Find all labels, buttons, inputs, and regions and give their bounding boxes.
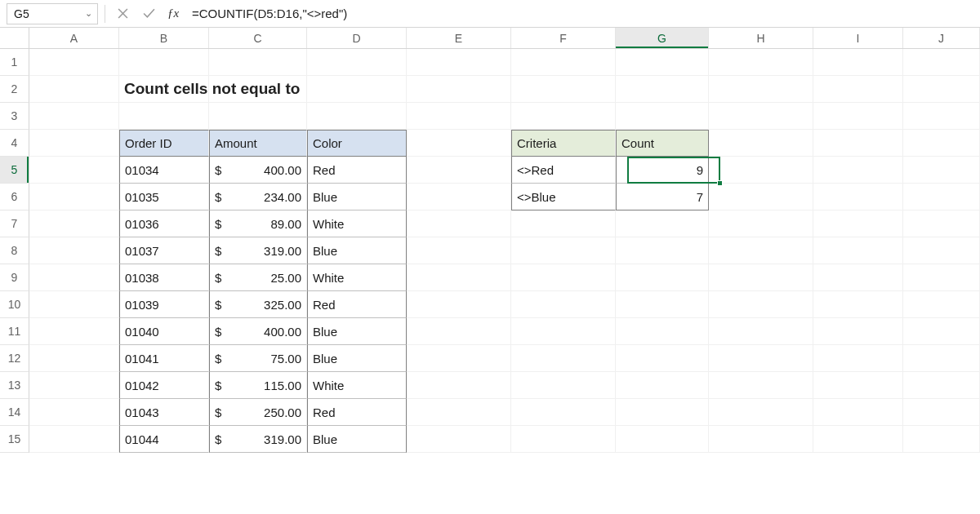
row-header-6[interactable]: 6 — [0, 184, 29, 210]
cell[interactable] — [616, 210, 709, 237]
cell[interactable] — [903, 318, 980, 345]
table-cell-amount[interactable]: $115.00 — [209, 372, 307, 399]
table-cell-color[interactable]: Blue — [307, 318, 407, 345]
cell[interactable] — [407, 103, 511, 130]
cell[interactable] — [709, 237, 813, 264]
cell[interactable] — [709, 345, 813, 372]
row-header-8[interactable]: 8 — [0, 237, 29, 264]
cell[interactable] — [616, 291, 709, 318]
cell[interactable] — [407, 237, 511, 264]
cell[interactable] — [511, 103, 616, 130]
criteria-header-criteria[interactable]: Criteria — [511, 130, 616, 157]
cell[interactable] — [709, 76, 813, 103]
cell[interactable] — [511, 372, 616, 399]
col-header-D[interactable]: D — [307, 28, 407, 48]
table-cell-color[interactable]: White — [307, 210, 407, 237]
col-header-A[interactable]: A — [29, 28, 119, 48]
cell[interactable] — [29, 76, 119, 103]
cell[interactable] — [903, 399, 980, 426]
cell[interactable] — [29, 372, 119, 399]
cell[interactable] — [511, 237, 616, 264]
cell[interactable] — [407, 157, 511, 184]
enter-formula-button[interactable] — [138, 3, 159, 24]
cell[interactable] — [709, 103, 813, 130]
cell[interactable] — [813, 318, 903, 345]
cell[interactable] — [407, 318, 511, 345]
table-cell-order[interactable]: 01039 — [119, 291, 209, 318]
col-header-I[interactable]: I — [813, 28, 903, 48]
cell[interactable] — [616, 237, 709, 264]
cell[interactable] — [616, 49, 709, 76]
table-cell-order[interactable]: 01035 — [119, 184, 209, 210]
cell[interactable] — [407, 49, 511, 76]
cell[interactable] — [709, 210, 813, 237]
fill-handle[interactable] — [717, 180, 723, 186]
table-cell-amount[interactable]: $234.00 — [209, 184, 307, 210]
cell[interactable] — [616, 399, 709, 426]
table-cell-color[interactable]: Red — [307, 291, 407, 318]
cell[interactable] — [511, 345, 616, 372]
col-header-G[interactable]: G — [616, 28, 709, 48]
cell[interactable] — [813, 157, 903, 184]
cancel-formula-button[interactable] — [112, 3, 133, 24]
table-cell-amount[interactable]: $319.00 — [209, 237, 307, 264]
cell[interactable] — [407, 76, 511, 103]
table-cell-order[interactable]: 01036 — [119, 210, 209, 237]
row-header-14[interactable]: 14 — [0, 399, 29, 426]
table-cell-order[interactable]: 01038 — [119, 264, 209, 291]
table-cell-order[interactable]: 01043 — [119, 399, 209, 426]
cell[interactable] — [616, 372, 709, 399]
table-cell-color[interactable]: Red — [307, 399, 407, 426]
cell[interactable] — [903, 264, 980, 291]
table-cell-amount[interactable]: $325.00 — [209, 291, 307, 318]
cell[interactable] — [407, 399, 511, 426]
cell[interactable] — [511, 76, 616, 103]
table-cell-order[interactable]: 01034 — [119, 157, 209, 184]
col-header-F[interactable]: F — [511, 28, 616, 48]
cell[interactable] — [903, 157, 980, 184]
cell[interactable] — [813, 130, 903, 157]
cell[interactable] — [29, 49, 119, 76]
criteria-cell-count[interactable]: 9 — [616, 157, 709, 184]
cell[interactable] — [813, 49, 903, 76]
select-all-corner[interactable] — [0, 28, 29, 48]
table-cell-color[interactable]: Blue — [307, 184, 407, 210]
cell[interactable] — [511, 426, 616, 453]
table-cell-order[interactable]: 01040 — [119, 318, 209, 345]
criteria-header-count[interactable]: Count — [616, 130, 709, 157]
table-header-amount[interactable]: Amount — [209, 130, 307, 157]
cell[interactable] — [903, 426, 980, 453]
cell[interactable] — [119, 103, 209, 130]
table-cell-order[interactable]: 01042 — [119, 372, 209, 399]
cell[interactable] — [813, 210, 903, 237]
col-header-H[interactable]: H — [709, 28, 813, 48]
fx-icon[interactable]: ƒx — [164, 7, 182, 20]
cell[interactable] — [29, 264, 119, 291]
name-box[interactable]: G5 ⌄ — [7, 3, 98, 24]
table-cell-amount[interactable]: $319.00 — [209, 426, 307, 453]
criteria-cell-criteria[interactable]: <>Blue — [511, 184, 616, 210]
cell[interactable] — [813, 291, 903, 318]
cell[interactable] — [209, 49, 307, 76]
col-header-E[interactable]: E — [407, 28, 511, 48]
cell[interactable] — [407, 291, 511, 318]
cell[interactable] — [616, 103, 709, 130]
cell[interactable] — [29, 318, 119, 345]
cell[interactable] — [616, 426, 709, 453]
cell[interactable] — [709, 318, 813, 345]
table-cell-order[interactable]: 01041 — [119, 345, 209, 372]
table-cell-order[interactable]: 01037 — [119, 237, 209, 264]
cell[interactable] — [903, 372, 980, 399]
cell[interactable] — [813, 399, 903, 426]
cell[interactable] — [813, 345, 903, 372]
cell[interactable] — [511, 399, 616, 426]
table-cell-color[interactable]: Red — [307, 157, 407, 184]
col-header-C[interactable]: C — [209, 28, 307, 48]
cell[interactable] — [709, 399, 813, 426]
table-cell-amount[interactable]: $400.00 — [209, 318, 307, 345]
col-header-J[interactable]: J — [903, 28, 980, 48]
table-cell-amount[interactable]: $400.00 — [209, 157, 307, 184]
table-cell-color[interactable]: White — [307, 372, 407, 399]
table-header-order[interactable]: Order ID — [119, 130, 209, 157]
cell[interactable] — [903, 130, 980, 157]
